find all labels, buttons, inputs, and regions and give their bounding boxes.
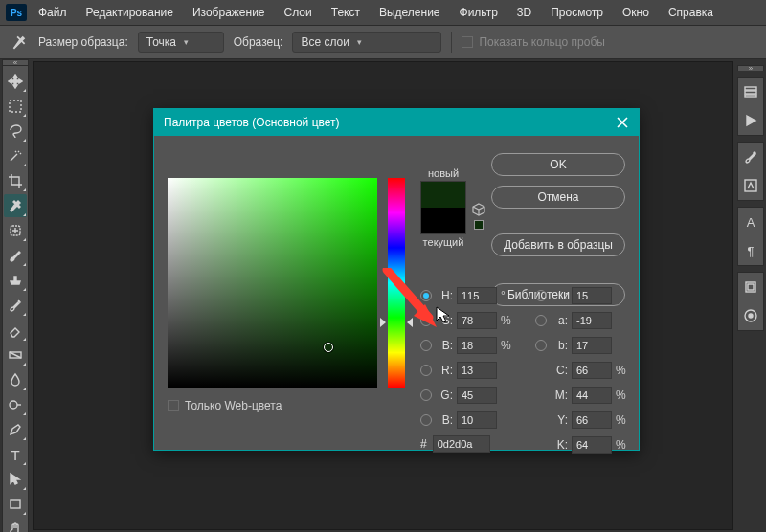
label-l: L: [551, 289, 568, 302]
libraries-panel-icon[interactable] [742, 278, 759, 296]
color-field[interactable] [168, 178, 377, 388]
cancel-button[interactable]: Отмена [491, 186, 625, 209]
input-m[interactable]: 44 [572, 387, 612, 404]
radio-s[interactable] [420, 315, 432, 326]
panel-group-2 [737, 142, 764, 201]
sample-size-select[interactable]: Точка ▾ [138, 32, 224, 53]
dodge-tool-icon[interactable] [4, 393, 27, 416]
menu-view[interactable]: Просмотр [543, 2, 611, 23]
eyedropper-tool-icon[interactable] [4, 194, 27, 217]
color-field-marker[interactable] [324, 343, 333, 352]
input-s[interactable]: 78 [457, 312, 497, 329]
brush-presets-panel-icon[interactable] [742, 177, 759, 194]
hue-slider-handle-right-icon[interactable] [407, 318, 413, 327]
chevron-down-icon: ▾ [184, 37, 189, 47]
ok-button[interactable]: OK [491, 153, 625, 176]
radio-b[interactable] [420, 340, 432, 351]
paragraph-panel-icon[interactable]: ¶ [742, 242, 759, 259]
history-brush-tool-icon[interactable] [4, 294, 27, 317]
brush-tool-icon[interactable] [4, 244, 27, 267]
spot-healing-tool-icon[interactable] [4, 219, 27, 242]
input-g[interactable]: 45 [457, 387, 497, 404]
move-tool-icon[interactable] [4, 70, 27, 93]
dialog-title: Палитра цветов (Основной цвет) [164, 116, 340, 129]
rectangle-tool-icon[interactable] [4, 493, 27, 516]
label-bc: B: [436, 413, 453, 427]
close-icon[interactable] [616, 116, 629, 129]
menu-type[interactable]: Текст [324, 2, 368, 23]
show-sampling-ring[interactable]: Показать кольцо пробы [462, 35, 604, 49]
panel-group-1 [737, 77, 764, 136]
sample-label: Образец: [234, 35, 283, 49]
radio-bc[interactable] [420, 414, 432, 426]
svg-point-8 [754, 152, 755, 154]
color-panel-icon[interactable] [742, 307, 759, 324]
path-selection-tool-icon[interactable] [4, 468, 27, 491]
eyedropper-tool-indicator-icon[interactable] [10, 33, 29, 52]
input-k[interactable]: 64 [572, 436, 612, 454]
input-r[interactable]: 13 [457, 362, 497, 379]
gamut-warning-icon[interactable] [472, 203, 485, 216]
input-h[interactable]: 115 [457, 287, 497, 304]
color-preview-swatch[interactable] [420, 181, 466, 234]
svg-rect-6 [745, 91, 756, 94]
radio-a[interactable] [535, 315, 547, 326]
menu-3d[interactable]: 3D [509, 2, 539, 23]
menu-file[interactable]: Файл [31, 2, 75, 23]
label-m: M: [551, 388, 568, 402]
pen-tool-icon[interactable] [4, 418, 27, 441]
menu-help[interactable]: Справка [661, 2, 721, 23]
eraser-tool-icon[interactable] [4, 319, 27, 342]
radio-h[interactable] [420, 290, 432, 301]
clone-stamp-tool-icon[interactable] [4, 269, 27, 292]
web-only-label: Только Web-цвета [185, 399, 282, 412]
menu-window[interactable]: Окно [615, 2, 657, 23]
type-tool-icon[interactable]: T [4, 443, 27, 466]
input-a[interactable]: -19 [572, 312, 612, 329]
input-bc[interactable]: 10 [457, 411, 497, 429]
character-panel-icon[interactable]: A [742, 213, 759, 231]
input-b[interactable]: 18 [457, 337, 497, 354]
preview-current-color [421, 208, 465, 233]
new-color-label: новый [420, 167, 466, 179]
radio-g[interactable] [420, 389, 432, 401]
menu-layer[interactable]: Слои [277, 2, 320, 23]
input-b2[interactable]: 17 [572, 337, 612, 354]
label-b: B: [436, 339, 453, 352]
crop-tool-icon[interactable] [4, 169, 27, 192]
marquee-tool-icon[interactable] [4, 95, 27, 118]
actions-panel-icon[interactable] [742, 112, 759, 129]
unit-b: % [501, 339, 514, 352]
radio-l[interactable] [535, 290, 547, 301]
checkbox-icon [168, 400, 179, 411]
sample-select[interactable]: Все слои ▾ [292, 32, 441, 53]
menu-filter[interactable]: Фильтр [452, 2, 506, 23]
hue-slider[interactable] [388, 178, 405, 388]
web-colors-only-checkbox[interactable]: Только Web-цвета [168, 399, 282, 412]
dialog-titlebar[interactable]: Палитра цветов (Основной цвет) [154, 109, 639, 136]
hue-slider-handle-left-icon[interactable] [380, 318, 386, 327]
menu-select[interactable]: Выделение [372, 2, 448, 23]
gradient-tool-icon[interactable] [4, 344, 27, 366]
input-hex[interactable]: 0d2d0a [433, 435, 490, 453]
input-c[interactable]: 66 [572, 362, 612, 379]
brushes-panel-icon[interactable] [742, 148, 759, 166]
hand-tool-icon[interactable] [4, 518, 27, 532]
magic-wand-tool-icon[interactable] [4, 144, 27, 167]
radio-b2[interactable] [535, 340, 547, 351]
history-panel-icon[interactable] [742, 83, 759, 100]
svg-point-3 [10, 401, 17, 409]
input-l[interactable]: 15 [572, 287, 612, 304]
unit-y: % [616, 413, 629, 427]
label-g: G: [436, 388, 453, 402]
menu-image[interactable]: Изображение [185, 2, 273, 23]
input-y[interactable]: 66 [572, 411, 612, 429]
gamut-safe-swatch[interactable] [474, 220, 484, 230]
add-to-swatches-button[interactable]: Добавить в образцы [491, 233, 625, 256]
blur-tool-icon[interactable] [4, 368, 27, 391]
color-picker-dialog: Палитра цветов (Основной цвет) новый тек… [153, 108, 640, 451]
menu-edit[interactable]: Редактирование [79, 2, 181, 23]
lasso-tool-icon[interactable] [4, 120, 27, 143]
right-panel-collapse-handle[interactable]: » [737, 65, 764, 71]
radio-r[interactable] [420, 365, 432, 376]
